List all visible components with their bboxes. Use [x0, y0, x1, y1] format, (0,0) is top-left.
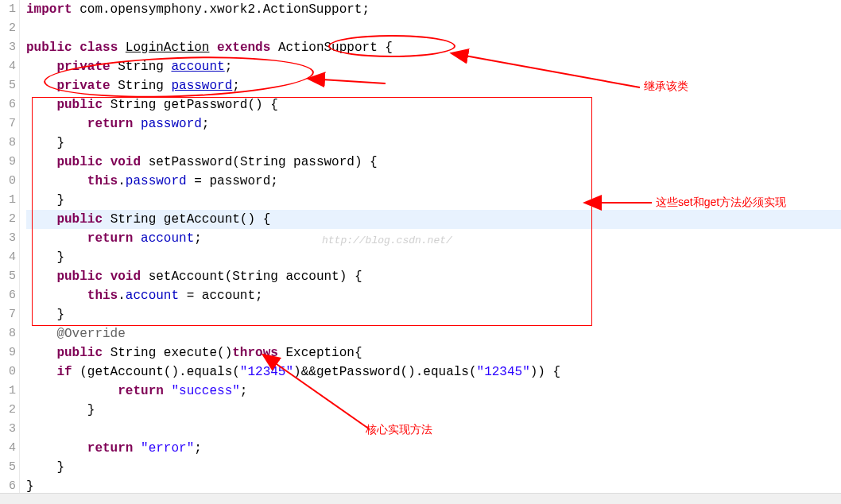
code-line[interactable]: return password; [26, 114, 841, 134]
line-number: 3 [0, 229, 16, 248]
code-line[interactable] [26, 420, 841, 439]
line-number: 3 [0, 38, 16, 57]
line-number: 9 [0, 153, 16, 172]
line-number: 0 [0, 362, 16, 382]
code-line[interactable]: if (getAccount().equals("12345")&&getPas… [26, 362, 841, 382]
line-number: 0 [0, 172, 16, 191]
code-line[interactable]: public void setPassword(String password)… [26, 153, 841, 172]
line-number: 8 [0, 324, 16, 343]
code-line[interactable]: private String password; [26, 76, 841, 95]
line-number: 5 [0, 267, 16, 286]
code-line[interactable]: } [26, 134, 841, 153]
line-number: 2 [0, 19, 16, 38]
annotation-getset-label: 这些set和get方法必须实现 [656, 196, 786, 210]
code-line[interactable]: private String account; [26, 57, 841, 76]
line-number: 1 [0, 0, 16, 19]
code-line[interactable]: @Override [26, 324, 841, 343]
code-line[interactable]: this.password = password; [26, 172, 841, 191]
code-line[interactable]: public void setAccount(String account) { [26, 267, 841, 286]
code-line[interactable]: public String execute()throws Exception{ [26, 343, 841, 362]
code-line[interactable]: } [26, 401, 841, 420]
line-number: 4 [0, 439, 16, 458]
code-line-highlighted[interactable]: public String getAccount() { [26, 210, 841, 229]
line-number: 2 [0, 401, 16, 420]
line-number: 7 [0, 114, 16, 134]
code-content[interactable]: import com.opensymphony.xwork2.ActionSup… [20, 0, 841, 504]
code-line[interactable]: } [26, 248, 841, 267]
line-number: 8 [0, 134, 16, 153]
code-line[interactable]: this.account = account; [26, 286, 841, 305]
code-line[interactable]: return "success"; [26, 382, 841, 401]
code-line[interactable]: } [26, 458, 841, 477]
line-number: 4 [0, 248, 16, 267]
line-number: 1 [0, 382, 16, 401]
line-number: 6 [0, 286, 16, 305]
code-line[interactable] [26, 19, 841, 38]
line-number: 5 [0, 76, 16, 95]
line-number: 6 [0, 95, 16, 114]
code-line[interactable]: import com.opensymphony.xwork2.ActionSup… [26, 0, 841, 19]
code-line[interactable]: return account; [26, 229, 841, 248]
line-number: 1 [0, 191, 16, 210]
line-number: 5 [0, 458, 16, 477]
code-line[interactable]: public class LoginAction extends ActionS… [26, 38, 841, 57]
line-gutter: 1 2 3 4 5 6 7 8 9 0 1 2 3 4 5 6 7 8 9 0 … [0, 0, 20, 504]
line-number: 3 [0, 420, 16, 439]
line-number: 2 [0, 210, 16, 229]
line-number: 7 [0, 305, 16, 324]
code-line[interactable]: return "error"; [26, 439, 841, 458]
line-number: 9 [0, 343, 16, 362]
line-number: 4 [0, 57, 16, 76]
code-line[interactable]: } [26, 305, 841, 324]
annotation-core-label: 核心实现方法 [366, 423, 432, 437]
code-line[interactable]: public String getPassword() { [26, 95, 841, 114]
code-editor: 1 2 3 4 5 6 7 8 9 0 1 2 3 4 5 6 7 8 9 0 … [0, 0, 841, 504]
annotation-extends-label: 继承该类 [644, 79, 688, 94]
horizontal-scrollbar[interactable] [0, 493, 841, 504]
